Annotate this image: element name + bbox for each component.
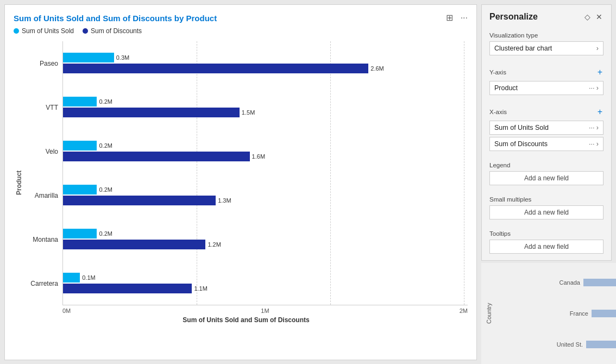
discounts-bar [63,240,205,249]
more-options-button[interactable]: ··· [458,11,470,24]
discounts-bar [63,108,240,117]
y-axis-section-label: Y-axis [489,69,506,76]
bar-row-units: 0.3M [63,53,462,62]
x-axis-tick-label: 2M [460,307,468,314]
x-axis-add-button[interactable]: + [596,106,604,118]
bar-row-discounts: 1.3M [63,196,462,205]
units-value-label: 0.3M [116,54,129,61]
units-value-label: 0.1M [82,274,95,281]
bars-plot: 0.3M2.6M0.2M1.5M0.2M1.6M0.2M1.3M0.2M1.2M… [62,41,468,305]
units-bar [63,141,97,150]
discounts-bar [63,196,216,205]
bar-group: 0.1M1.1M [63,273,462,293]
bar-row-discounts: 1.6M [63,152,462,161]
bar-group: 0.2M1.6M [63,141,462,161]
x-axis-fields: Sum of Units Sold··· ›Sum of Discounts··… [489,121,604,151]
right-panel: Personalize ◇ ✕ Visualization type Clust… [481,0,616,364]
y-axis-actions: ··· › [589,84,599,92]
chart-title: Sum of Units Sold and Sum of Discounts b… [14,14,468,23]
y-label: Amarilla [24,192,58,199]
x-axis-field-actions: ··· › [589,140,599,148]
legend-add-label: Add a new field [524,174,569,182]
units-bar [63,185,97,194]
panel-header-actions: ◇ ✕ [583,11,604,22]
bar-row-discounts: 1.1M [63,284,462,293]
x-axis-tick-label: 0M [62,307,71,314]
tooltips-add-field[interactable]: Add a new field [489,240,604,254]
small-multiples-add-field[interactable]: Add a new field [489,205,604,219]
discounts-value-label: 1.3M [218,197,231,204]
country-row: Canada [495,279,616,286]
units-bar [63,229,97,239]
panel-header: Personalize ◇ ✕ [482,5,611,28]
x-axis-field-text: Sum of Units Sold [494,124,589,131]
y-label: Paseo [24,60,58,67]
units-bar [63,273,80,283]
legend-section-label: Legend [489,162,604,168]
units-value-label: 0.2M [99,98,112,105]
small-multiples-label: Small multiples [489,196,604,203]
viz-type-section: Visualization type Clustered bar chart › [482,28,611,62]
country-bar [583,279,616,286]
x-axis-field-item[interactable]: Sum of Discounts··· › [489,137,604,151]
x-axis-field-text: Sum of Discounts [494,140,589,148]
legend-add-field[interactable]: Add a new field [489,171,604,185]
bar-row-units: 0.2M [63,141,462,150]
viz-type-value: Clustered bar chart [494,45,596,52]
units-value-label: 0.2M [99,142,112,149]
chart-container: Sum of Units Sold and Sum of Discounts b… [4,4,477,360]
legend-label: Sum of Units Sold [22,27,74,35]
chart-title-text: Sum of Units Sold and Sum of Discounts b… [14,14,186,23]
chart-inner: PaseoVTTVeloAmarillaMontanaCarretera 0.3… [24,41,468,324]
close-button[interactable]: ✕ [595,11,604,22]
y-axis-add-button[interactable]: + [596,66,604,78]
panel-title: Personalize [489,12,538,22]
tooltips-section: Tooltips Add a new field [482,226,611,260]
grid-line-3 [464,41,464,305]
personalize-visual-button[interactable]: ⊞ [444,11,455,24]
discounts-value-label: 1.6M [252,153,265,160]
units-value-label: 0.2M [99,186,112,193]
legend-label: Sum of Discounts [91,27,142,35]
viz-type-chevron: › [596,45,599,52]
bar-row-discounts: 2.6M [63,64,462,73]
country-bar [592,310,616,317]
x-axis-tick-label: 1M [261,307,269,314]
legend-dot [14,28,19,34]
bar-group: 0.2M1.5M [63,97,462,117]
country-bars: Canada France United St. [495,267,616,360]
bar-row-units: 0.2M [63,229,462,239]
bar-row-units: 0.2M [63,97,462,106]
viz-type-field[interactable]: Clustered bar chart › [489,41,604,55]
discounts-bar [63,152,250,161]
y-label: VTT [24,104,58,111]
y-axis-section: Y-axis + Product ··· › [482,62,611,102]
discounts-value-label: 1.2M [208,241,221,248]
bar-row-discounts: 1.5M [63,108,462,117]
discounts-value-label: 1.1M [194,285,207,292]
chart-legend: Sum of Units SoldSum of Discounts [14,27,468,35]
country-name: France [558,310,588,317]
tooltips-section-label: Tooltips [489,230,604,237]
country-section: Country Canada France United St. [481,263,616,364]
bar-row-units: 0.1M [63,273,462,283]
x-axis-field-item[interactable]: Sum of Units Sold··· › [489,121,604,135]
reset-button[interactable]: ◇ [583,11,592,22]
personalize-panel: Personalize ◇ ✕ Visualization type Clust… [481,4,612,261]
y-axis-field[interactable]: Product ··· › [489,81,604,95]
legend-item: Sum of Discounts [83,27,142,35]
chart-title-highlight: Product [186,14,217,23]
country-row: United St. [495,341,616,348]
y-labels: PaseoVTTVeloAmarillaMontanaCarretera [24,41,62,305]
discounts-value-label: 2.6M [370,65,384,72]
bar-row-discounts: 1.2M [63,240,462,249]
units-bar [63,53,114,62]
bar-group: 0.3M2.6M [63,53,462,73]
country-name: Canada [550,279,580,286]
discounts-bar [63,284,192,293]
y-label: Montana [24,236,58,243]
bars-and-yaxis: PaseoVTTVeloAmarillaMontanaCarretera 0.3… [24,41,468,305]
legend-section: Legend Add a new field [482,158,611,192]
y-axis-label: Product [14,41,24,324]
bar-group: 0.2M1.3M [63,185,462,205]
